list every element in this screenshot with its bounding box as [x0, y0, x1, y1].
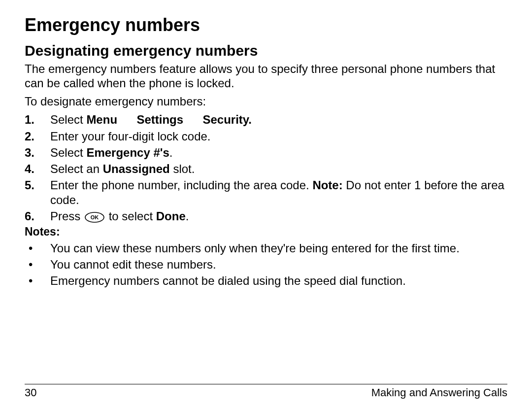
ok-button-icon: OK	[85, 212, 104, 223]
notes-list: You can view these numbers only when the…	[25, 241, 507, 288]
body-text: to select	[105, 209, 156, 223]
bold-text: Unassigned	[103, 162, 170, 175]
section-subheading: Designating emergency numbers	[25, 42, 507, 59]
step-number: 3.	[25, 145, 44, 160]
procedure-step: 1.Select Menu Settings Security.	[25, 112, 507, 127]
page-heading: Emergency numbers	[25, 15, 507, 35]
page-footer: 30 Making and Answering Calls	[25, 384, 507, 399]
notes-label: Notes:	[25, 225, 507, 239]
procedure-list: 1.Select Menu Settings Security.2.Enter …	[25, 112, 507, 223]
body-text: Press	[50, 209, 84, 223]
page-number: 30	[25, 386, 36, 399]
body-text: .	[169, 146, 173, 159]
bold-text: Done	[156, 209, 186, 223]
body-text: Select	[50, 146, 86, 159]
procedure-step: 6.Press OK to select Done.	[25, 209, 507, 223]
bold-text: Security.	[202, 113, 252, 126]
note-item: You cannot edit these numbers.	[25, 257, 507, 272]
step-number: 4.	[25, 162, 44, 176]
intro-paragraph-2: To designate emergency numbers:	[25, 95, 507, 109]
step-number: 6.	[25, 209, 44, 223]
section-title: Making and Answering Calls	[371, 386, 507, 399]
step-number: 5.	[25, 178, 44, 192]
manual-page: Emergency numbers Designating emergency …	[0, 0, 532, 411]
svg-text:OK: OK	[91, 214, 99, 220]
body-text: Select	[50, 113, 86, 126]
intro-paragraph-1: The emergency numbers feature allows you…	[25, 62, 507, 91]
note-item: Emergency numbers cannot be dialed using…	[25, 274, 507, 288]
body-text: Select an	[50, 162, 103, 175]
body-text: slot.	[170, 162, 195, 175]
bold-text: Menu	[86, 113, 117, 126]
procedure-step: 5.Enter the phone number, including the …	[25, 178, 507, 207]
bold-text: Note:	[312, 178, 342, 192]
procedure-step: 3.Select Emergency #'s.	[25, 145, 507, 160]
body-text: .	[186, 209, 189, 223]
bold-text: Settings	[136, 113, 183, 126]
note-item: You can view these numbers only when the…	[25, 241, 507, 255]
bold-text: Emergency #'s	[86, 146, 169, 159]
step-number: 2.	[25, 129, 44, 143]
body-text: Enter the phone number, including the ar…	[50, 178, 312, 192]
body-text: Enter your four-digit lock code.	[50, 130, 211, 143]
procedure-step: 2.Enter your four-digit lock code.	[25, 129, 507, 143]
step-number: 1.	[25, 112, 44, 127]
procedure-step: 4.Select an Unassigned slot.	[25, 162, 507, 176]
